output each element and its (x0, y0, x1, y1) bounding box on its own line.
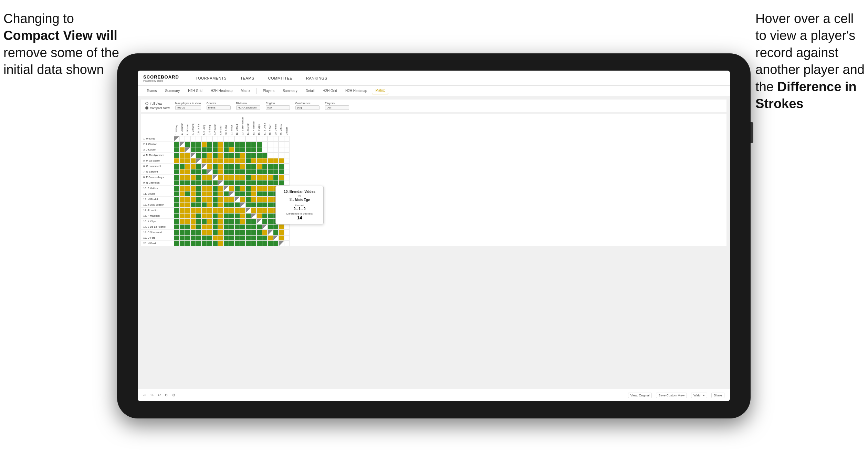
matrix-cell-12-7[interactable] (207, 197, 212, 202)
matrix-cell-16-1[interactable] (174, 219, 179, 224)
matrix-cell-7-20[interactable] (279, 169, 284, 175)
matrix-cell-6-4[interactable] (190, 164, 196, 169)
matrix-cell-16-13[interactable] (240, 219, 245, 224)
matrix-cell-16-4[interactable] (190, 219, 196, 224)
matrix-cell-17-3[interactable] (185, 224, 190, 230)
matrix-cell-19-4[interactable] (190, 235, 196, 241)
matrix-cell-17-20[interactable] (279, 224, 284, 230)
matrix-cell-13-13[interactable] (240, 202, 245, 208)
matrix-cell-19-21[interactable] (284, 235, 290, 241)
matrix-cell-2-10[interactable] (223, 142, 229, 147)
matrix-cell-18-2[interactable] (179, 230, 185, 235)
matrix-cell-8-8[interactable] (212, 175, 218, 180)
matrix-cell-13-11[interactable] (229, 202, 234, 208)
matrix-cell-1-12[interactable] (234, 136, 240, 142)
matrix-cell-14-2[interactable] (179, 208, 185, 213)
matrix-cell-14-14[interactable] (245, 208, 251, 213)
matrix-cell-20-1[interactable] (174, 241, 179, 246)
matrix-cell-2-2[interactable] (179, 142, 185, 147)
matrix-cell-10-11[interactable] (229, 186, 234, 191)
matrix-cell-2-16[interactable] (257, 142, 262, 147)
matrix-cell-14-7[interactable] (207, 208, 212, 213)
matrix-cell-2-15[interactable] (251, 142, 257, 147)
matrix-cell-5-21[interactable] (284, 158, 290, 164)
matrix-cell-9-1[interactable] (174, 180, 179, 186)
matrix-cell-20-6[interactable] (201, 241, 207, 246)
matrix-cell-13-1[interactable] (174, 202, 179, 208)
matrix-cell-10-1[interactable] (174, 186, 179, 191)
matrix-cell-11-4[interactable] (190, 191, 196, 197)
matrix-cell-5-15[interactable] (251, 158, 257, 164)
matrix-cell-18-6[interactable] (201, 230, 207, 235)
matrix-cell-6-16[interactable] (257, 164, 262, 169)
matrix-cell-15-12[interactable] (234, 213, 240, 219)
matrix-cell-6-8[interactable] (212, 164, 218, 169)
matrix-cell-4-8[interactable] (212, 153, 218, 158)
matrix-cell-18-9[interactable] (218, 230, 223, 235)
matrix-cell-18-11[interactable] (229, 230, 234, 235)
matrix-cell-8-3[interactable] (185, 175, 190, 180)
matrix-cell-13-12[interactable] (234, 202, 240, 208)
matrix-cell-10-7[interactable] (207, 186, 212, 191)
undo-icon[interactable]: ↩ (143, 393, 146, 397)
matrix-cell-17-17[interactable] (262, 224, 268, 230)
matrix-cell-3-19[interactable] (273, 147, 279, 153)
matrix-cell-8-4[interactable] (190, 175, 196, 180)
matrix-cell-20-10[interactable] (223, 241, 229, 246)
matrix-cell-4-5[interactable] (196, 153, 201, 158)
matrix-cell-5-19[interactable] (273, 158, 279, 164)
matrix-cell-19-10[interactable] (223, 235, 229, 241)
matrix-cell-12-6[interactable] (201, 197, 207, 202)
matrix-cell-1-2[interactable] (179, 136, 185, 142)
matrix-cell-18-18[interactable] (268, 230, 273, 235)
matrix-cell-18-12[interactable] (234, 230, 240, 235)
matrix-cell-6-20[interactable] (279, 164, 284, 169)
matrix-cell-6-2[interactable] (179, 164, 185, 169)
matrix-cell-6-11[interactable] (229, 164, 234, 169)
matrix-cell-9-10[interactable] (223, 180, 229, 186)
players-select[interactable]: (All) (325, 105, 349, 110)
matrix-cell-17-4[interactable] (190, 224, 196, 230)
matrix-cell-4-17[interactable] (262, 153, 268, 158)
matrix-cell-2-7[interactable] (207, 142, 212, 147)
matrix-cell-4-20[interactable] (279, 153, 284, 158)
share-btn[interactable]: Share (711, 393, 724, 398)
matrix-cell-13-3[interactable] (185, 202, 190, 208)
matrix-cell-16-6[interactable] (201, 219, 207, 224)
matrix-cell-3-7[interactable] (207, 147, 212, 153)
matrix-cell-2-19[interactable] (273, 142, 279, 147)
matrix-cell-18-16[interactable] (257, 230, 262, 235)
matrix-cell-3-18[interactable] (268, 147, 273, 153)
matrix-cell-18-21[interactable] (284, 230, 290, 235)
matrix-cell-9-20[interactable] (279, 180, 284, 186)
matrix-cell-12-5[interactable] (196, 197, 201, 202)
matrix-cell-9-9[interactable] (218, 180, 223, 186)
matrix-cell-10-9[interactable] (218, 186, 223, 191)
matrix-cell-18-15[interactable] (251, 230, 257, 235)
matrix-cell-20-16[interactable] (257, 241, 262, 246)
redo-icon[interactable]: ↪ (150, 393, 154, 397)
matrix-cell-16-15[interactable] (251, 219, 257, 224)
matrix-cell-15-14[interactable] (245, 213, 251, 219)
matrix-cell-6-13[interactable] (240, 164, 245, 169)
nav-teams[interactable]: TEAMS (238, 75, 257, 82)
matrix-cell-2-4[interactable] (190, 142, 196, 147)
matrix-cell-7-21[interactable] (284, 169, 290, 175)
matrix-cell-4-9[interactable] (218, 153, 223, 158)
matrix-cell-8-12[interactable] (234, 175, 240, 180)
matrix-cell-18-8[interactable] (212, 230, 218, 235)
matrix-cell-15-2[interactable] (179, 213, 185, 219)
matrix-cell-1-21[interactable] (284, 136, 290, 142)
matrix-cell-4-3[interactable] (185, 153, 190, 158)
matrix-cell-5-8[interactable] (212, 158, 218, 164)
matrix-cell-3-5[interactable] (196, 147, 201, 153)
matrix-cell-4-13[interactable] (240, 153, 245, 158)
matrix-cell-2-13[interactable] (240, 142, 245, 147)
matrix-cell-14-9[interactable] (218, 208, 223, 213)
matrix-cell-7-9[interactable] (218, 169, 223, 175)
matrix-cell-6-17[interactable] (262, 164, 268, 169)
matrix-cell-5-12[interactable] (234, 158, 240, 164)
tab-teams[interactable]: Teams (143, 87, 160, 94)
matrix-cell-7-19[interactable] (273, 169, 279, 175)
matrix-cell-8-10[interactable] (223, 175, 229, 180)
